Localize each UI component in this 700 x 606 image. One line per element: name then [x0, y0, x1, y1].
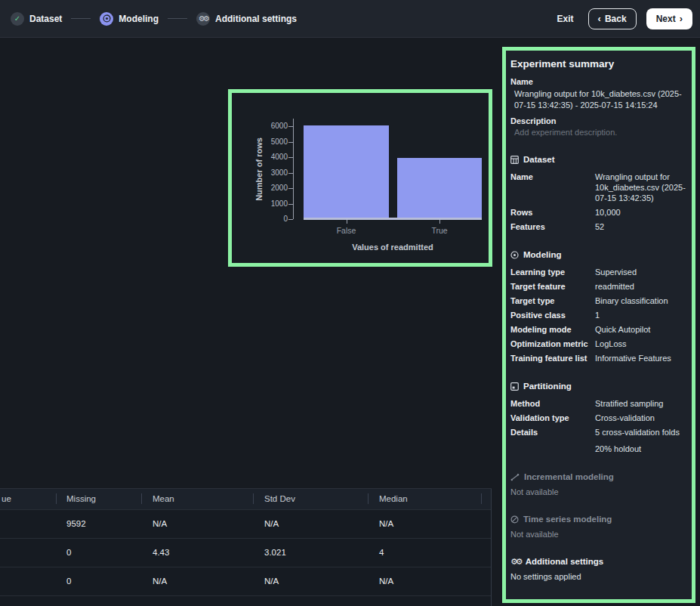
- kv-label: Features: [510, 221, 595, 232]
- cell-missing: 0: [66, 548, 71, 557]
- y-axis-tick: [288, 157, 293, 158]
- kv-row: Name Wrangling output for 10k_diabetes.c…: [510, 172, 686, 203]
- kv-value: 1: [595, 310, 686, 320]
- back-button[interactable]: ‹ Back: [588, 8, 637, 29]
- bar-true: [397, 158, 482, 219]
- kv-label: Learning type: [510, 267, 595, 277]
- partitioning-details-holdout: 20% holdout: [595, 444, 686, 454]
- step-dataset[interactable]: ✓ Dataset: [11, 12, 62, 26]
- cell-mean: N/A: [153, 577, 167, 586]
- cell-missing: 0: [66, 577, 71, 586]
- kv-row: Positive class 1: [510, 310, 686, 320]
- kv-value: Supervised: [595, 267, 686, 277]
- target-icon: [510, 251, 519, 259]
- col-header-median: Median: [379, 494, 408, 503]
- kv-row: Features 52: [510, 221, 686, 232]
- kv-value: 52: [595, 221, 686, 232]
- kv-value: Binary classification: [595, 295, 686, 306]
- topbar-actions: Exit ‹ Back Next ›: [553, 8, 692, 29]
- experiment-summary-panel-highlight: Experiment summary Name Wrangling output…: [502, 47, 695, 603]
- description-input[interactable]: Add experiment description.: [510, 128, 686, 137]
- chevron-left-icon: ‹: [598, 14, 601, 23]
- additional-settings-section-header: ⚙⚙ Additional settings: [510, 557, 686, 566]
- bar-false: [304, 125, 389, 219]
- time-series-modeling-title: Time series modeling: [523, 515, 612, 524]
- step-connector: [168, 18, 187, 19]
- kv-value: 10,000: [595, 207, 686, 218]
- cell-std-dev: 3.021: [264, 548, 286, 557]
- x-tick-label-true: True: [409, 226, 470, 235]
- y-axis-tick: [288, 188, 293, 189]
- kv-row: Rows 10,000: [510, 207, 686, 218]
- kv-value: Stratified sampling: [595, 398, 686, 409]
- x-axis-baseline: [304, 218, 482, 220]
- partition-square-icon: [510, 382, 519, 391]
- check-icon: ✓: [14, 15, 20, 23]
- kv-label: Validation type: [510, 413, 595, 423]
- x-axis-tick: [439, 220, 440, 224]
- step-dataset-label: Dataset: [29, 14, 62, 24]
- col-header-mean: Mean: [153, 494, 174, 503]
- column-divider: [481, 493, 482, 504]
- y-axis-tick: [288, 126, 293, 127]
- kv-value: Wrangling output for 10k_diabetes.csv (2…: [595, 172, 686, 203]
- x-tick-label-false: False: [316, 226, 377, 235]
- next-button[interactable]: Next ›: [646, 8, 692, 29]
- dataset-section-title: Dataset: [523, 155, 555, 164]
- dataset-complete-icon: ✓: [11, 12, 24, 26]
- circle-slash-icon: [510, 515, 519, 524]
- kv-label: Name: [510, 172, 595, 203]
- y-tick-label: 6000: [256, 122, 288, 130]
- y-axis-title: Number of rows: [254, 138, 264, 201]
- target-distribution-bar-chart: 0100020003000400050006000FalseTrueValues…: [232, 93, 489, 263]
- partitioning-details-folds: 5 cross-validation folds: [595, 427, 686, 437]
- next-button-label: Next: [656, 14, 676, 24]
- exit-button[interactable]: Exit: [553, 11, 578, 27]
- cell-median: N/A: [379, 577, 393, 586]
- column-divider: [368, 493, 369, 504]
- kv-value: 5 cross-validation folds 20% holdout: [595, 427, 686, 454]
- step-modeling-label: Modeling: [119, 14, 159, 24]
- kv-value: Informative Features: [595, 353, 686, 363]
- cell-missing: 9592: [66, 519, 86, 528]
- app-root: { "topbar": { "steps": [ {"label": "Data…: [0, 0, 700, 606]
- additional-settings-title: Additional settings: [526, 557, 604, 566]
- table-row: 0 N/A N/A N/A: [0, 567, 492, 596]
- gears-icon: ⚙⚙: [510, 558, 521, 566]
- cell-mean: 4.43: [153, 548, 169, 557]
- target-distribution-chart-highlight: 0100020003000400050006000FalseTrueValues…: [228, 89, 492, 267]
- cell-std-dev: N/A: [264, 519, 279, 528]
- column-divider: [253, 493, 254, 504]
- y-axis-tick: [288, 173, 293, 174]
- step-additional-settings-label: Additional settings: [215, 14, 297, 24]
- y-axis-line: [293, 119, 294, 219]
- step-additional-settings[interactable]: ⚙⚙ Additional settings: [196, 12, 297, 26]
- col-header-std-dev: Std Dev: [264, 494, 295, 503]
- kv-label: Rows: [510, 207, 595, 218]
- step-modeling[interactable]: Modeling: [100, 12, 159, 26]
- name-field-label: Name: [510, 77, 686, 86]
- step-connector: [71, 18, 91, 19]
- table-right-border: [491, 489, 492, 606]
- x-axis-title: Values of readmitted: [304, 243, 482, 252]
- table-row: 9592 N/A N/A N/A: [0, 509, 492, 539]
- back-button-label: Back: [605, 14, 627, 24]
- kv-value: LogLoss: [595, 339, 686, 349]
- kv-value: Cross-validation: [595, 413, 686, 423]
- incremental-modeling-title: Incremental modeling: [524, 472, 614, 481]
- col-header-missing: Missing: [66, 494, 96, 503]
- kv-label: Details: [510, 427, 595, 454]
- target-icon: [103, 14, 111, 23]
- kv-row: Target feature readmitted: [510, 281, 686, 292]
- kv-row: Method Stratified sampling: [510, 398, 686, 409]
- panel-title: Experiment summary: [510, 58, 686, 70]
- column-divider: [141, 493, 142, 504]
- kv-row: Details 5 cross-validation folds 20% hol…: [510, 427, 686, 454]
- kv-row: Learning type Supervised: [510, 267, 686, 277]
- time-series-modeling-status: Not available: [510, 530, 686, 539]
- modeling-section-title: Modeling: [523, 250, 561, 259]
- trend-line-icon: [510, 473, 520, 481]
- col-header-value: ue: [2, 494, 11, 503]
- kv-row: Target type Binary classification: [510, 295, 686, 306]
- wizard-stepper: ✓ Dataset Modeling ⚙⚙ Additional setting…: [11, 12, 297, 26]
